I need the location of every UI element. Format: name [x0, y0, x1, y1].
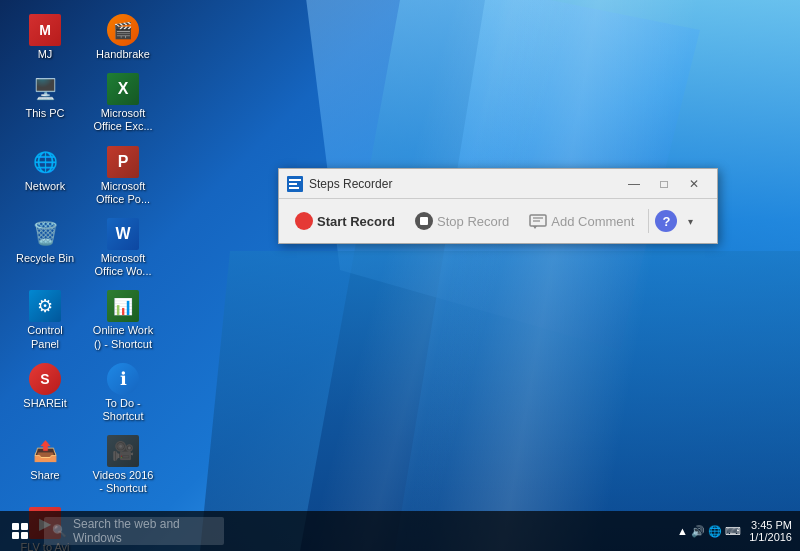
stop-record-label: Stop Record	[437, 214, 509, 229]
icon-row-1: M MJ 🎬 Handbrake	[10, 10, 158, 65]
steps-recorder-app-icon	[287, 176, 303, 192]
toolbar-separator	[648, 209, 649, 233]
excel-label: Microsoft Office Exc...	[92, 107, 154, 133]
taskbar: 🔍 Search the web and Windows ▲ 🔊 🌐 ⌨ 3:4…	[0, 511, 800, 551]
desktop-icon-network[interactable]: 🌐 Network	[10, 142, 80, 210]
onlinework-label: Online Work () - Shortcut	[92, 324, 154, 350]
desktop-icon-videos[interactable]: 🎥 Videos 2016 - Shortcut	[88, 431, 158, 499]
controlpanel-icon: ⚙	[29, 290, 61, 322]
start-record-button[interactable]: Start Record	[287, 208, 403, 234]
start-record-label: Start Record	[317, 214, 395, 229]
stop-icon	[415, 212, 433, 230]
powerpoint-label: Microsoft Office Po...	[92, 180, 154, 206]
add-comment-button[interactable]: Add Comment	[521, 210, 642, 233]
desktop: M MJ 🎬 Handbrake 🖥️ This PC X	[0, 0, 800, 551]
onlinework-icon: 📊	[107, 290, 139, 322]
icon-row-5: ⚙ Control Panel 📊 Online Work () - Short…	[10, 286, 158, 354]
taskbar-search-box[interactable]: 🔍 Search the web and Windows	[44, 517, 224, 545]
maximize-button[interactable]: □	[649, 170, 679, 198]
recycle-icon: 🗑️	[29, 218, 61, 250]
thispc-label: This PC	[25, 107, 64, 120]
stop-record-button[interactable]: Stop Record	[407, 208, 517, 234]
icon-row-7: 📤 Share 🎥 Videos 2016 - Shortcut	[10, 431, 158, 499]
help-button[interactable]: ?	[655, 210, 677, 232]
icon-row-6: S SHAREit ℹ To Do - Shortcut	[10, 359, 158, 427]
recycle-label: Recycle Bin	[16, 252, 74, 265]
todo-label: To Do - Shortcut	[92, 397, 154, 423]
taskbar-search-placeholder: Search the web and Windows	[73, 517, 216, 545]
taskbar-time: ▲ 🔊 🌐 ⌨	[677, 525, 741, 538]
start-button[interactable]	[0, 511, 40, 551]
desktop-icon-excel[interactable]: X Microsoft Office Exc...	[88, 69, 158, 137]
window-controls: — □ ✕	[619, 170, 709, 198]
desktop-icon-controlpanel[interactable]: ⚙ Control Panel	[10, 286, 80, 354]
icon-row-3: 🌐 Network P Microsoft Office Po...	[10, 142, 158, 210]
share-icon: 📤	[29, 435, 61, 467]
stop-icon-inner	[420, 217, 428, 225]
window-titlebar[interactable]: Steps Recorder — □ ✕	[279, 169, 717, 199]
steps-recorder-window: Steps Recorder — □ ✕ Start Record Stop R…	[278, 168, 718, 244]
share-label: Share	[30, 469, 59, 482]
desktop-icon-onlinework[interactable]: 📊 Online Work () - Shortcut	[88, 286, 158, 354]
shareit-label: SHAREit	[23, 397, 66, 410]
excel-icon: X	[107, 73, 139, 105]
icon-row-2: 🖥️ This PC X Microsoft Office Exc...	[10, 69, 158, 137]
icon-row-4: 🗑️ Recycle Bin W Microsoft Office Wo...	[10, 214, 158, 282]
shareit-icon: S	[29, 363, 61, 395]
svg-rect-1	[289, 179, 301, 181]
taskbar-right: ▲ 🔊 🌐 ⌨ 3:45 PM1/1/2016	[677, 519, 800, 543]
mj-icon: M	[29, 14, 61, 46]
desktop-icons-area: M MJ 🎬 Handbrake 🖥️ This PC X	[10, 10, 158, 551]
search-icon: 🔍	[52, 524, 67, 538]
network-label: Network	[25, 180, 65, 193]
close-button[interactable]: ✕	[679, 170, 709, 198]
videos-icon: 🎥	[107, 435, 139, 467]
desktop-icon-mj[interactable]: M MJ	[10, 10, 80, 65]
desktop-icon-word[interactable]: W Microsoft Office Wo...	[88, 214, 158, 282]
desktop-icon-handbrake[interactable]: 🎬 Handbrake	[88, 10, 158, 65]
window-toolbar: Start Record Stop Record	[279, 199, 717, 243]
windows-logo-icon	[12, 523, 28, 539]
add-comment-label: Add Comment	[551, 214, 634, 229]
todo-icon: ℹ	[107, 363, 139, 395]
thispc-icon: 🖥️	[29, 73, 61, 105]
desktop-icon-shareit[interactable]: S SHAREit	[10, 359, 80, 427]
add-comment-icon	[529, 214, 547, 228]
network-icon: 🌐	[29, 146, 61, 178]
handbrake-icon: 🎬	[107, 14, 139, 46]
mj-label: MJ	[38, 48, 53, 61]
minimize-button[interactable]: —	[619, 170, 649, 198]
desktop-icon-share[interactable]: 📤 Share	[10, 431, 80, 499]
desktop-icon-thispc[interactable]: 🖥️ This PC	[10, 69, 80, 137]
handbrake-label: Handbrake	[96, 48, 150, 61]
desktop-icon-todo[interactable]: ℹ To Do - Shortcut	[88, 359, 158, 427]
record-red-icon	[295, 212, 313, 230]
desktop-icon-recycle[interactable]: 🗑️ Recycle Bin	[10, 214, 80, 282]
dropdown-arrow-button[interactable]: ▾	[681, 210, 699, 232]
desktop-icon-powerpoint[interactable]: P Microsoft Office Po...	[88, 142, 158, 210]
taskbar-clock: 3:45 PM1/1/2016	[749, 519, 792, 543]
svg-rect-2	[289, 183, 297, 185]
word-label: Microsoft Office Wo...	[92, 252, 154, 278]
word-icon: W	[107, 218, 139, 250]
videos-label: Videos 2016 - Shortcut	[92, 469, 154, 495]
svg-marker-5	[533, 226, 537, 229]
svg-rect-3	[289, 187, 299, 189]
powerpoint-icon: P	[107, 146, 139, 178]
window-title: Steps Recorder	[309, 177, 619, 191]
controlpanel-label: Control Panel	[14, 324, 76, 350]
